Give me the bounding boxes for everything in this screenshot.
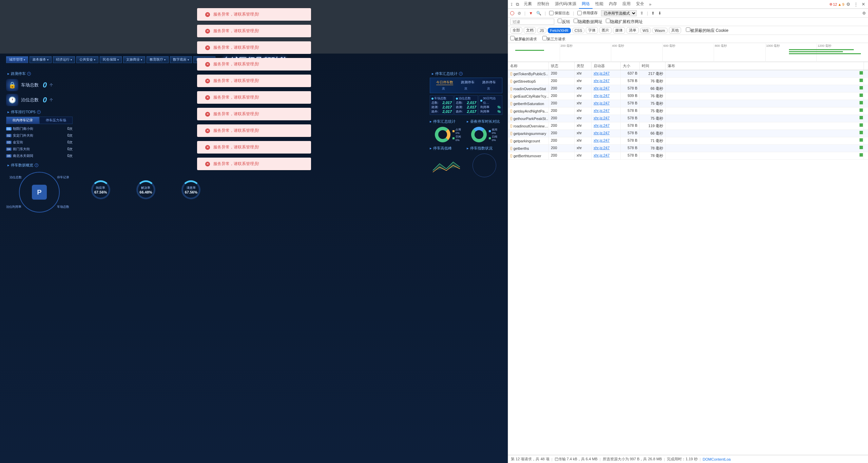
disable-cache-check[interactable]: 停用缓存 (577, 11, 598, 16)
type-filter-button[interactable]: 文档 (524, 27, 536, 34)
download-icon[interactable]: ⬇ (658, 11, 661, 16)
type-filter-button[interactable]: Fetch/XHR (548, 28, 571, 33)
devtools-tab[interactable]: 内存 (606, 0, 620, 9)
column-header[interactable]: 大小 (621, 62, 640, 70)
blocked-requests-check[interactable]: 被屏蔽的请求 (510, 36, 537, 42)
network-request-row[interactable]: {}getdayAndNightPa… 200 xhr xhr.js:247 5… (508, 107, 868, 115)
hide-data-urls-check[interactable]: 隐藏数据网址 (574, 19, 602, 25)
network-request-row[interactable]: {}gethourParkPeakSt… 200 xhr xhr.js:247 … (508, 115, 868, 122)
devtools-panel: ⟟ ⧉ 元素控制台源代码/来源网络性能内存应用安全 » ⊗ 12 ▲ 9 ⚙ ⋮… (508, 0, 868, 463)
error-count[interactable]: ⊗ 12 (829, 2, 837, 6)
help-icon[interactable]: ? (37, 110, 41, 114)
line-chart (431, 154, 465, 177)
help-icon[interactable]: ? (27, 72, 31, 76)
column-header[interactable]: 状态 (549, 62, 575, 70)
settings-icon[interactable]: ⚙ (845, 2, 852, 7)
devtools-tab[interactable]: 网络 (579, 0, 593, 9)
record-icon[interactable] (510, 11, 514, 15)
timeline-overview[interactable]: 200 毫秒400 毫秒600 毫秒800 毫秒1000 毫秒1200 毫秒 (508, 43, 868, 62)
nav-item[interactable]: 经济运行▾ (53, 56, 75, 63)
devtools-tab[interactable]: 控制台 (535, 0, 552, 9)
type-filter-button[interactable]: JS (537, 28, 546, 33)
chevron-icon: ▸ (430, 119, 432, 124)
column-header[interactable]: 瀑布 (666, 62, 864, 70)
column-header[interactable]: 启动器 (592, 62, 621, 70)
preserve-log-check[interactable]: 保留日志 (549, 11, 570, 16)
invert-check[interactable]: 反转 (558, 19, 570, 25)
rank-tab[interactable]: 街内停车记录 (6, 117, 39, 124)
today-tab[interactable]: 今日停车数 (436, 80, 453, 85)
more-icon[interactable]: ⋮ (852, 2, 860, 7)
inspect-icon[interactable]: ⟟ (509, 2, 514, 7)
error-icon: ✕ (205, 79, 210, 83)
devtools-tab[interactable]: 性能 (593, 0, 606, 9)
panel-title-text: 停车数据概览 (11, 163, 33, 168)
nav-item[interactable]: 政务服务▾ (30, 56, 52, 63)
network-request-row[interactable]: {}getEastCityRate?cy… 200 xhr xhr.js:247… (508, 93, 868, 100)
type-filter-button[interactable]: CSS (572, 28, 585, 33)
file-icon: {} (510, 79, 513, 83)
today-tab[interactable]: 路外停车 (482, 80, 496, 85)
warning-count[interactable]: ▲ 9 (838, 2, 844, 6)
network-request-row[interactable]: {}getTokenByPublicS… 200 xhr xhr.js:247 … (508, 70, 868, 78)
network-request-row[interactable]: {}getBerthturnover 200 xhr xhr.js:247 57… (508, 152, 868, 160)
upload-icon[interactable]: ⬆ (651, 11, 655, 16)
more-tabs-icon[interactable]: » (648, 2, 653, 7)
panel-title-text: 停车指数状况 (470, 146, 493, 151)
nav-item[interactable]: 文旅商业▾ (123, 56, 145, 63)
error-toast: ✕服务异常，请联系管理员! (197, 91, 311, 104)
type-filter-button[interactable]: 其他 (669, 27, 681, 34)
error-toast: ✕服务异常，请联系管理员! (197, 8, 311, 21)
network-request-row[interactable]: {}getberths 200 xhr xhr.js:247 578 B 78 … (508, 145, 868, 152)
nav-item[interactable]: 公共安全▾ (76, 56, 98, 63)
radial-label: 车场总数 (57, 205, 69, 209)
network-request-row[interactable]: {}getStreettop5 200 xhr xhr.js:247 578 B… (508, 78, 868, 85)
column-header[interactable]: 名称 (508, 62, 549, 70)
panel-title-text: 停车汇总统计 (433, 119, 456, 124)
type-filter-button[interactable]: Wasm (652, 28, 668, 33)
devtools-tab[interactable]: 源代码/来源 (552, 0, 579, 9)
settings-icon[interactable]: ⚙ (862, 11, 866, 16)
network-request-row[interactable]: {}getparkingsummary 200 xhr xhr.js:247 5… (508, 130, 868, 137)
network-request-row[interactable]: {}getberthSaturation 200 xhr xhr.js:247 … (508, 100, 868, 107)
rank-tab[interactable]: 停车压力车场 (39, 117, 73, 124)
filter-input[interactable] (510, 19, 554, 25)
network-request-row[interactable]: {}roadinOverviewStat 200 xhr xhr.js:247 … (508, 85, 868, 93)
column-header[interactable]: 时间 (640, 62, 666, 70)
devtools-tab[interactable]: 安全 (633, 0, 647, 9)
nav-item[interactable]: 民生保障▾ (100, 56, 122, 63)
help-icon[interactable]: ? (459, 72, 463, 76)
type-filter-button[interactable]: 媒体 (613, 27, 625, 34)
today-tab[interactable]: 路测停车 (461, 80, 475, 85)
help-icon[interactable]: ? (35, 163, 38, 167)
third-party-check[interactable]: 第三方请求 (542, 36, 565, 42)
devtools-tab[interactable]: 元素 (521, 0, 535, 9)
nav-item[interactable]: 教育医疗▾ (147, 56, 169, 63)
wifi-icon[interactable]: ⥣ (640, 11, 643, 16)
file-icon: {} (510, 109, 513, 113)
error-icon: ✕ (205, 128, 210, 133)
clear-icon[interactable]: ⊘ (518, 11, 521, 16)
file-icon: {} (510, 72, 513, 76)
type-filter-button[interactable]: WS (640, 28, 651, 33)
type-filter-button[interactable]: 图片 (599, 27, 612, 34)
hide-ext-urls-check[interactable]: 隐藏扩展程序网址 (606, 19, 643, 25)
type-filter-button[interactable]: 字体 (586, 27, 598, 34)
blocked-cookies-check[interactable]: 被屏蔽的响应 Cookie (686, 27, 729, 34)
close-icon[interactable]: ✕ (860, 2, 867, 7)
file-icon: {} (510, 124, 513, 128)
grid-cell: 泊位总数总数:2,017路测:2,017路外:2,017 (454, 95, 478, 115)
throttle-select[interactable]: 已停用节流模式 (601, 10, 637, 16)
search-icon[interactable]: 🔍 (536, 11, 541, 16)
filter-icon[interactable]: ▼ (529, 11, 533, 16)
type-filter-button[interactable]: 全部 (510, 27, 522, 34)
column-header[interactable]: 类型 (575, 62, 592, 70)
nav-item[interactable]: 数字底座▾ (170, 56, 192, 63)
nav-item[interactable]: 城市管理▾ (6, 56, 28, 63)
network-request-row[interactable]: {}roadinoutOverview… 200 xhr xhr.js:247 … (508, 122, 868, 130)
type-filter-button[interactable]: 清单 (626, 27, 639, 34)
panel-title-text: 停车汇总统计 (435, 71, 458, 76)
device-icon[interactable]: ⧉ (515, 2, 520, 7)
network-request-row[interactable]: {}getparkingcount 200 xhr xhr.js:247 578… (508, 137, 868, 145)
devtools-tab[interactable]: 应用 (620, 0, 633, 9)
